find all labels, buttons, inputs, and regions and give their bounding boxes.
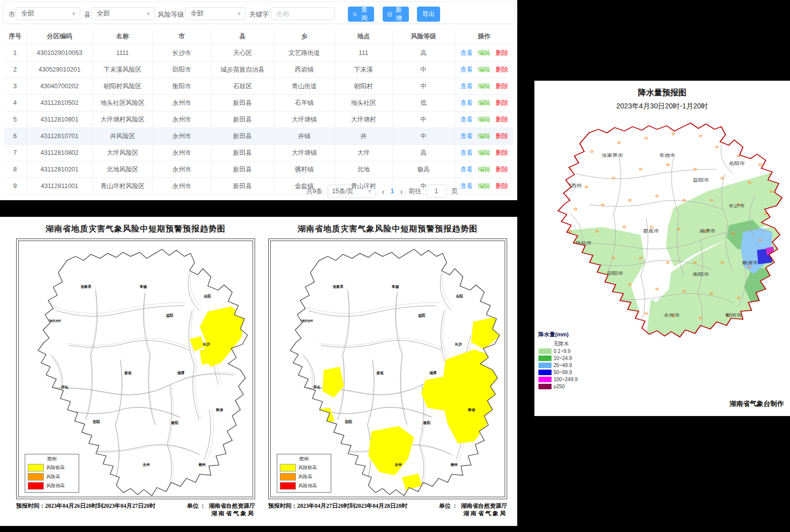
city-label: 怀化 — [313, 385, 321, 389]
legend-swatch — [538, 341, 552, 347]
unit-line1: 湖南省自然资源厅 — [209, 502, 255, 510]
legend-row: ≥250 — [538, 383, 609, 390]
column-header: 市 — [152, 28, 211, 45]
city-label: 衡阳 — [423, 421, 431, 425]
column-header: 乡 — [274, 28, 335, 45]
search-button[interactable]: 查询 — [348, 7, 374, 22]
city-label: 郴州 — [450, 462, 458, 467]
delete-link[interactable]: 删除 — [496, 116, 508, 123]
pagination-total: 共9条 — [307, 187, 323, 196]
table-cell: 北地 — [335, 161, 392, 178]
view-link[interactable]: 查看 — [460, 166, 473, 173]
edit-link[interactable]: 编辑 — [478, 183, 491, 190]
table-cell: 5 — [4, 111, 26, 128]
delete-link[interactable]: 删除 — [496, 66, 508, 73]
actions-cell: 查看编辑删除 — [455, 178, 513, 195]
view-link[interactable]: 查看 — [460, 99, 473, 106]
legend-label: 风险较高 — [46, 464, 65, 471]
delete-link[interactable]: 删除 — [496, 99, 508, 106]
unit-label: 单位 ： — [439, 502, 458, 517]
actions-cell: 查看编辑删除 — [455, 45, 513, 62]
table-cell: 永州市 — [152, 178, 211, 195]
view-link[interactable]: 查看 — [460, 49, 473, 56]
legend-label: 风险很高 — [298, 483, 317, 489]
view-link[interactable]: 查看 — [460, 133, 473, 140]
table-cell: 西岩镇 — [274, 62, 335, 78]
prev-page-button[interactable]: ‹ — [381, 187, 386, 196]
table-cell: 43040700202 — [26, 78, 93, 95]
column-header: 风险等级 — [392, 28, 455, 45]
delete-link[interactable]: 删除 — [496, 49, 508, 56]
legend-row: 风险较高 — [28, 464, 76, 471]
legend-row: 风险很高 — [280, 482, 328, 490]
legend-label: 无降水 — [554, 340, 569, 347]
table-cell: 4 — [4, 95, 26, 111]
keyword-input[interactable] — [271, 7, 335, 20]
risk-level-select[interactable]: 全部 ▼ — [185, 7, 246, 20]
plus-icon — [388, 12, 392, 17]
delete-link[interactable]: 删除 — [496, 133, 508, 140]
county-select[interactable]: 全部 ▼ — [91, 7, 155, 20]
delete-link[interactable]: 删除 — [496, 166, 508, 173]
legend-row: 100~249.9 — [538, 376, 609, 383]
view-link[interactable]: 查看 — [460, 149, 473, 156]
city-label: 株洲 — [215, 407, 223, 412]
next-page-button[interactable]: › — [399, 187, 404, 196]
table-cell: 下末溪 — [335, 62, 392, 78]
city-label: 邵阳 — [344, 420, 352, 424]
actions-cell: 查看编辑删除 — [455, 62, 513, 78]
table-cell: 新田县 — [211, 95, 274, 111]
edit-link[interactable]: 编辑 — [478, 133, 491, 140]
legend-swatch — [538, 348, 552, 354]
edit-link[interactable]: 编辑 — [478, 99, 491, 106]
edit-link[interactable]: 编辑 — [478, 49, 491, 56]
table-row: 543112810801大坪塘村风险区永州市新田县大坪塘镇大坪塘村中查看编辑删除 — [4, 111, 513, 128]
city-label: 益阳 — [166, 313, 173, 318]
city-label: 娄底市 — [642, 228, 659, 233]
current-page[interactable]: 1 — [391, 188, 394, 195]
edit-link[interactable]: 编辑 — [478, 166, 491, 173]
table-cell: 青山街道 — [274, 78, 335, 95]
table-cell: 地头社区风险区 — [93, 95, 152, 111]
table-row: 743112810802大坪风险区永州市新田县大坪塘镇大坪高查看编辑删除 — [4, 145, 513, 161]
city-label: 湘潭 — [177, 371, 185, 375]
legend-swatch — [538, 377, 552, 382]
table-cell: 新田县 — [211, 111, 274, 128]
trend-map-1-box: 张家界常德岳阳湘西土家族苗族自治州益阳长沙湘潭娄底怀化邵阳衡阳株洲永州郴州 图例… — [16, 239, 255, 499]
actions-cell: 查看编辑删除 — [455, 128, 513, 145]
rain-legend-rows: 无降水0.1~9.910~24.925~49.950~99.9100~249.9… — [538, 340, 609, 390]
edit-link[interactable]: 编辑 — [478, 149, 491, 156]
delete-link[interactable]: 删除 — [496, 83, 508, 90]
view-link[interactable]: 查看 — [460, 83, 473, 90]
legend-label: 风险很高 — [46, 483, 65, 489]
trend-map-1-footer: 预报时间：2023年04月26日20时到2023年04月27日20时 单位 ： … — [16, 502, 255, 517]
city-label: 长沙 — [454, 342, 462, 346]
page-size-select[interactable]: 15条/页 ▼ — [328, 185, 376, 198]
goto-page-input[interactable] — [427, 185, 447, 198]
add-button[interactable]: 新增 — [383, 7, 409, 22]
legend-label: 0.1~9.9 — [554, 348, 571, 354]
edit-link[interactable]: 编辑 — [478, 66, 491, 73]
city-label: 娄底 — [124, 371, 132, 375]
city-label: 益阳 — [418, 313, 426, 318]
table-cell: 极高 — [392, 161, 455, 178]
city-select[interactable]: 全部 ▼ — [16, 7, 80, 20]
legend-swatch — [28, 464, 44, 471]
view-link[interactable]: 查看 — [460, 116, 473, 123]
export-button[interactable]: 导出 — [417, 7, 440, 22]
legend-row: 风险较高 — [280, 464, 328, 471]
edit-link[interactable]: 编辑 — [478, 83, 491, 90]
legend-swatch — [280, 482, 296, 490]
county-filter-label: 县 — [84, 10, 91, 19]
edit-link[interactable]: 编辑 — [478, 116, 491, 123]
view-link[interactable]: 查看 — [460, 183, 473, 190]
delete-link[interactable]: 删除 — [496, 149, 508, 156]
city-label: 岳阳 — [203, 294, 211, 299]
view-link[interactable]: 查看 — [460, 66, 473, 73]
table-cell: 高 — [392, 45, 455, 62]
forecast-time: 预报时间：2023年04月27日20时到2023年04月28日20时 — [268, 502, 407, 517]
delete-link[interactable]: 删除 — [496, 183, 508, 190]
station-marker-icon — [618, 310, 620, 312]
rain-map-subtitle: 2023年4月30日20时-1月20时 — [534, 102, 790, 111]
table-cell: 永州市 — [152, 161, 211, 178]
